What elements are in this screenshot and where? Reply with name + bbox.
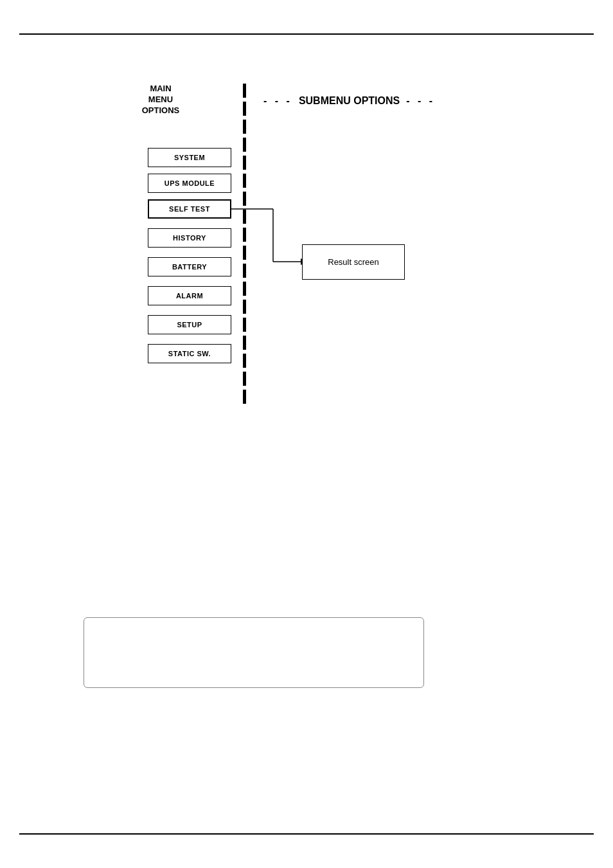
menu-item-self-test[interactable]: SELF TEST (148, 199, 231, 219)
svg-rect-9 (243, 246, 246, 260)
menu-item-ups-module[interactable]: UPS MODULE (148, 174, 231, 193)
svg-rect-10 (243, 264, 246, 278)
svg-rect-11 (243, 282, 246, 296)
menu-diagram: MAINMENUOPTIONS - - - SUBMENU OPTIONS - … (116, 84, 501, 405)
svg-rect-4 (243, 156, 246, 170)
svg-rect-8 (243, 228, 246, 242)
svg-rect-7 (243, 210, 246, 224)
bottom-horizontal-rule (19, 833, 594, 835)
svg-rect-2 (243, 120, 246, 134)
svg-rect-3 (243, 138, 246, 152)
menu-item-alarm[interactable]: ALARM (148, 286, 231, 305)
svg-rect-6 (243, 192, 246, 206)
svg-rect-15 (243, 354, 246, 368)
menu-item-setup[interactable]: SETUP (148, 315, 231, 334)
top-horizontal-rule (19, 33, 594, 35)
submenu-options-text: SUBMENU OPTIONS (299, 95, 400, 107)
menu-item-battery[interactable]: BATTERY (148, 257, 231, 276)
submenu-dashes-right: - - - (406, 95, 435, 107)
svg-rect-14 (243, 336, 246, 350)
svg-rect-1 (243, 102, 246, 116)
result-screen-box: Result screen (302, 244, 405, 280)
menu-item-static-sw[interactable]: STATIC SW. (148, 344, 231, 363)
svg-rect-16 (243, 372, 246, 386)
svg-rect-5 (243, 174, 246, 188)
svg-rect-13 (243, 318, 246, 332)
main-menu-options-label: MAINMENUOPTIONS (129, 84, 193, 116)
svg-rect-17 (243, 390, 246, 404)
menu-item-system[interactable]: SYSTEM (148, 148, 231, 167)
submenu-dashes-left: - - - (263, 95, 292, 107)
svg-rect-0 (243, 84, 246, 98)
lower-content-box (84, 617, 424, 688)
submenu-options-label: - - - SUBMENU OPTIONS - - - (263, 95, 435, 107)
menu-item-history[interactable]: HISTORY (148, 228, 231, 248)
svg-rect-12 (243, 300, 246, 314)
